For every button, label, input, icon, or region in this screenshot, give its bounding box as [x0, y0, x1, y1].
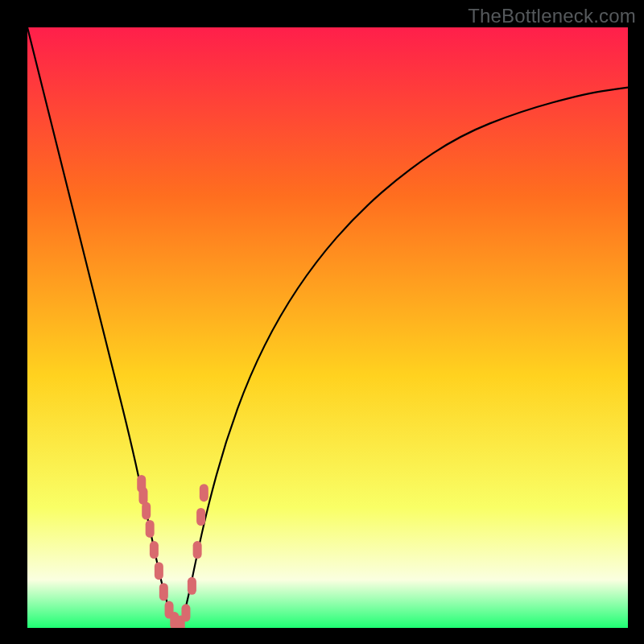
highlight-marker: [193, 541, 202, 559]
highlight-marker: [159, 583, 168, 601]
highlight-marker: [146, 520, 155, 538]
highlight-marker: [155, 562, 163, 580]
watermark-text: TheBottleneck.com: [468, 5, 636, 27]
highlight-marker: [200, 484, 208, 502]
highlight-marker: [188, 577, 196, 595]
highlight-marker: [142, 502, 151, 520]
chart-background: [27, 27, 628, 628]
highlight-marker: [196, 508, 205, 526]
chart-frame: TheBottleneck.com: [0, 0, 644, 644]
highlight-marker: [181, 604, 190, 621]
highlight-marker: [150, 541, 159, 559]
bottleneck-chart: [27, 27, 628, 628]
